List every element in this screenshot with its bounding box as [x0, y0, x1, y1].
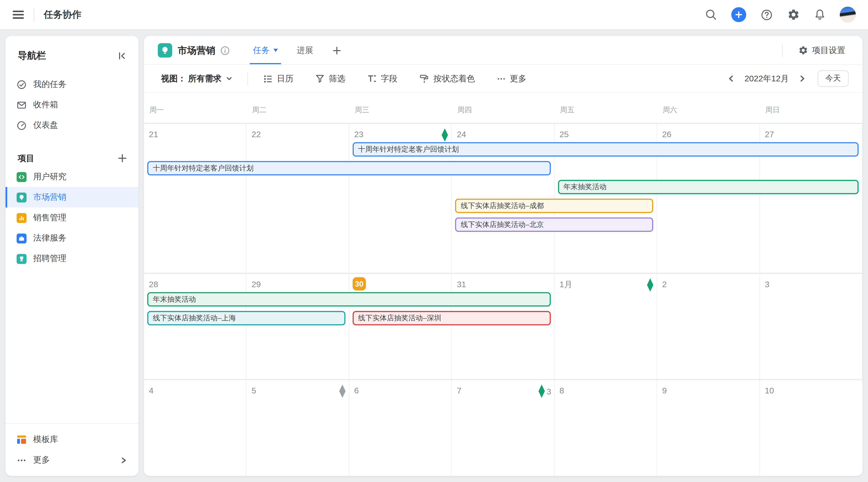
date-number: 31	[457, 279, 466, 289]
more-button[interactable]: 更多	[493, 73, 530, 84]
plus-icon	[332, 45, 342, 55]
project-info-button[interactable]	[220, 45, 230, 55]
date-number: 6	[354, 386, 359, 395]
date-number: 4	[149, 386, 154, 395]
project-item-sales[interactable]: 销售管理	[6, 207, 138, 228]
create-button[interactable]	[731, 7, 746, 22]
funnel-icon	[315, 73, 325, 84]
search-icon	[705, 8, 717, 21]
user-avatar[interactable]	[840, 7, 856, 23]
today-date-badge: 30	[352, 277, 366, 290]
project-label: 用户研究	[33, 171, 66, 182]
header-divider	[782, 44, 783, 57]
briefcase-icon	[17, 233, 27, 243]
add-tab-button[interactable]	[332, 45, 342, 55]
view-selector[interactable]: 视图：所有需求	[158, 73, 236, 84]
calendar-day-cell[interactable]: 73	[452, 380, 555, 476]
sidebar-item-dashboard[interactable]: 仪表盘	[6, 115, 138, 135]
ellipsis-icon	[17, 455, 27, 465]
tool-button-label: 筛选	[329, 73, 346, 84]
view-label: 视图：	[161, 73, 186, 84]
calendar-day-cell[interactable]: 9	[657, 380, 760, 476]
event-bar[interactable]: 年末抽奖活动	[147, 292, 551, 307]
sidebar-collapse-button[interactable]	[116, 50, 127, 61]
calendar-day-cell[interactable]: 2	[657, 274, 760, 379]
calendar-day-cell[interactable]: 21	[144, 124, 247, 273]
project-item-user-research[interactable]: 用户研究	[6, 166, 138, 187]
event-bar[interactable]: 线下实体店抽奖活动–北京	[455, 218, 653, 232]
calendar-day-cell[interactable]: 1月	[555, 274, 657, 379]
calendar-day-cell[interactable]: 10	[760, 380, 863, 476]
event-bar[interactable]: 年末抽奖活动	[558, 180, 859, 194]
calendar-day-cell[interactable]: 22	[247, 124, 349, 273]
sidebar-nav: 我的任务 收件箱 仪表盘	[6, 74, 138, 135]
hamburger-menu-button[interactable]	[12, 10, 25, 20]
calendar-day-cell[interactable]: 28	[144, 274, 247, 379]
search-button[interactable]	[705, 8, 717, 21]
help-button[interactable]	[760, 8, 773, 21]
tab-tasks[interactable]: 任务	[253, 36, 278, 65]
project-settings-button[interactable]: 项目设置	[795, 44, 848, 56]
calendar-day-cell[interactable]: 6	[349, 380, 452, 476]
gear-icon	[787, 8, 800, 21]
sidebar-footer: 模板库 更多	[6, 423, 138, 470]
date-number: 25	[560, 130, 569, 139]
calendar-day-cell[interactable]: 30	[349, 274, 452, 379]
date-number: 29	[252, 279, 261, 289]
event-bar[interactable]: 十周年针对特定老客户回馈计划	[147, 161, 551, 175]
event-bar[interactable]: 线下实体店抽奖活动–成都	[455, 199, 653, 213]
trophy-icon	[17, 254, 27, 264]
project-item-recruiting[interactable]: 招聘管理	[6, 249, 138, 269]
project-item-legal[interactable]: 法律服务	[6, 228, 138, 249]
project-lightbulb-icon	[158, 43, 172, 58]
calendar-day-cell[interactable]: 29	[247, 274, 349, 379]
previous-month-button[interactable]	[726, 73, 736, 84]
calendar-view-button[interactable]: 日历	[259, 73, 297, 84]
sidebar-header: 导航栏	[6, 36, 138, 62]
filter-button[interactable]: 筛选	[312, 73, 349, 84]
event-bar[interactable]: 线下实体店抽奖活动–深圳	[352, 311, 551, 325]
weekday-label: 周二	[247, 105, 349, 115]
event-bar[interactable]: 十周年针对特定老客户回馈计划	[352, 142, 859, 157]
tool-button-label: 字段	[381, 73, 398, 84]
weekday-header-row: 周一周二周三周四周五周六周日	[144, 93, 862, 123]
calendar-day-cell[interactable]: 8	[555, 380, 657, 476]
milestone-diamond[interactable]	[441, 128, 449, 141]
chevron-down-icon	[226, 75, 232, 82]
paint-roller-icon	[419, 73, 430, 84]
project-header: 市场营销 任务 进展	[144, 36, 862, 65]
today-button[interactable]: 今天	[817, 70, 848, 87]
date-number: 10	[765, 386, 774, 395]
chevron-right-icon	[120, 456, 127, 464]
calendar-day-cell[interactable]: 3	[760, 274, 863, 379]
calendar-day-cell[interactable]: 31	[452, 274, 555, 379]
date-number: 3	[765, 279, 769, 289]
add-project-button[interactable]	[117, 153, 127, 163]
calendar-day-cell[interactable]: 4	[144, 380, 247, 476]
milestone-diamond[interactable]	[339, 385, 346, 398]
next-month-button[interactable]	[797, 73, 807, 84]
tab-progress[interactable]: 进展	[297, 36, 313, 65]
milestone-diamond[interactable]	[647, 278, 654, 292]
topbar: 任务协作	[0, 0, 868, 29]
notifications-button[interactable]	[814, 8, 826, 21]
sidebar-item-label: 仪表盘	[33, 120, 58, 131]
lightbulb-icon	[17, 192, 27, 202]
fields-button[interactable]: 字段	[364, 73, 401, 84]
bar-chart-icon	[17, 213, 27, 223]
sidebar-item-template-library[interactable]: 模板库	[6, 429, 138, 450]
sidebar-item-more[interactable]: 更多	[6, 450, 138, 470]
settings-button[interactable]	[787, 8, 800, 21]
sidebar-item-inbox[interactable]: 收件箱	[6, 95, 138, 115]
date-number: 9	[662, 386, 667, 395]
date-number: 7	[457, 386, 462, 395]
sidebar-item-my-tasks[interactable]: 我的任务	[6, 74, 138, 95]
project-label: 招聘管理	[33, 253, 66, 264]
color-by-status-button[interactable]: 按状态着色	[416, 73, 478, 84]
milestone-diamond[interactable]: 3	[538, 385, 551, 398]
view-tabs: 任务 进展	[253, 36, 342, 65]
project-item-marketing[interactable]: 市场营销	[6, 187, 138, 207]
event-bar[interactable]: 线下实体店抽奖活动–上海	[147, 311, 345, 325]
calendar-day-cell[interactable]: 5	[247, 380, 349, 476]
topbar-right	[705, 7, 856, 23]
